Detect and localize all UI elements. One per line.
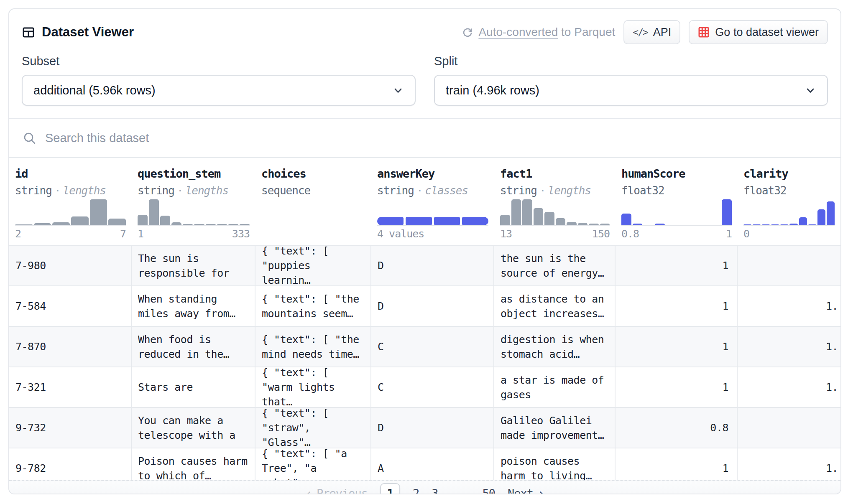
cell-value: { "text": [ "the mountains seem…: [262, 292, 364, 321]
next-label: Next: [508, 487, 533, 494]
page-button-3[interactable]: 3: [432, 487, 438, 494]
cell-choices: { "text": [ "puppies learnin…: [255, 246, 371, 285]
table-grid-icon: [22, 25, 35, 39]
subset-select[interactable]: additional (5.96k rows): [22, 75, 416, 106]
cell-id: 7-980: [9, 246, 132, 285]
cell-choices: { "text": [ "a Tree", "a robot"…: [255, 448, 371, 480]
cell-id: 7-584: [9, 286, 132, 326]
cell-id: 7-870: [9, 327, 132, 367]
cell-value: 1.: [826, 380, 838, 395]
page-button-2[interactable]: 2: [413, 487, 419, 494]
page-title-text: Dataset Viewer: [42, 25, 134, 40]
search-bar: [9, 119, 840, 158]
histogram-labels: 13150: [500, 226, 610, 245]
histogram-bar: [15, 224, 33, 225]
histogram-bar: [578, 223, 588, 225]
top-section: Dataset Viewer Auto-converted to Parquet…: [9, 9, 840, 119]
histogram-bar: [240, 224, 250, 225]
cell-value: 0.8: [710, 420, 728, 435]
cell-value: You can make a telescope with a: [138, 413, 248, 443]
cell-value: A: [378, 461, 384, 476]
subset-selected-value: additional (5.96k rows): [33, 84, 156, 97]
cell-fact1: as distance to an object increases…: [494, 286, 616, 326]
cell-humanScore: 1: [616, 327, 738, 367]
chevron-left-icon: ‹: [305, 487, 312, 495]
cell-question_stem: When standing miles away from…: [132, 286, 255, 326]
cell-fact1: digestion is when stomach acid…: [494, 327, 616, 367]
subset-label: Subset: [22, 54, 416, 68]
histogram-bar: [621, 214, 631, 225]
histogram-bar: [589, 224, 599, 225]
cell-value: The sun is responsible for: [138, 251, 248, 280]
cell-value: D: [378, 299, 384, 313]
column-type: float32: [743, 184, 835, 197]
page-ellipsis: ...: [451, 487, 470, 494]
histogram-bar: [90, 199, 107, 225]
column-type: string·lengths: [138, 184, 250, 197]
column-header-choices: choicessequence: [255, 158, 371, 245]
histogram-bar: [160, 216, 170, 225]
histogram-bars: [621, 200, 732, 226]
cell-question_stem: Stars are: [132, 367, 255, 407]
histogram-bar: [771, 224, 779, 225]
api-button[interactable]: </> API: [623, 20, 680, 44]
previous-label: Previous: [317, 487, 368, 494]
histogram-labels: 0.81: [621, 226, 732, 245]
cell-value: 9-782: [15, 461, 46, 476]
cell-value: digestion is when stomach acid…: [501, 332, 608, 361]
column-header-id: idstring·lengths27: [9, 158, 132, 245]
column-type: float32: [621, 184, 732, 197]
title-actions: Auto-converted to Parquet </> API: [462, 20, 828, 44]
column-name: fact1: [500, 167, 610, 180]
histogram-bar: [789, 224, 797, 225]
table-row: 7-980The sun is responsible for{ "text":…: [9, 246, 840, 286]
cell-value: 1.: [826, 339, 838, 354]
page-title: Dataset Viewer: [22, 25, 134, 40]
cell-value: Stars are: [138, 380, 193, 395]
class-segment: [406, 217, 432, 225]
histogram-bars: [15, 200, 126, 226]
auto-converted-text: Auto-converted: [478, 25, 558, 38]
auto-converted-link[interactable]: Auto-converted to Parquet: [462, 25, 615, 39]
column-type: string·lengths: [500, 184, 610, 197]
cell-clarity: [738, 408, 840, 448]
cell-value: as distance to an object increases…: [501, 292, 608, 321]
page-buttons: 123...50: [380, 483, 495, 495]
cell-answerKey: D: [371, 408, 494, 448]
histogram-labels: 0: [743, 226, 835, 245]
subset-split-controls: Subset additional (5.96k rows) Split tra…: [22, 54, 828, 106]
previous-page-button[interactable]: ‹ Previous: [305, 487, 368, 495]
cell-question_stem: The sun is responsible for: [132, 246, 255, 285]
cell-value: { "text": [ "straw", "Glass"…: [262, 408, 364, 448]
split-select[interactable]: train (4.96k rows): [434, 75, 828, 106]
column-type: string·classes: [377, 184, 488, 197]
histogram-bar: [753, 224, 761, 225]
cell-answerKey: D: [371, 246, 494, 285]
cell-clarity: [738, 246, 840, 285]
cell-choices: { "text": [ "straw", "Glass"…: [255, 408, 371, 448]
column-histogram: 27: [15, 200, 126, 245]
cell-clarity: 1.: [738, 367, 840, 407]
histogram-bar: [722, 199, 732, 225]
page-button-1[interactable]: 1: [380, 483, 400, 495]
next-page-button[interactable]: Next ›: [508, 487, 545, 495]
search-icon: [23, 131, 37, 145]
histogram-bar: [534, 208, 544, 225]
refresh-icon: [462, 26, 473, 38]
page-button-50[interactable]: 50: [482, 487, 495, 494]
column-header-fact1: fact1string·lengths13150: [494, 158, 616, 245]
histogram-bar: [228, 224, 238, 225]
chevron-down-icon: [805, 84, 816, 96]
histogram-bar: [556, 218, 566, 225]
histogram-bar: [149, 199, 159, 225]
cell-value: 7-321: [15, 380, 46, 395]
column-header-question_stem: question_stemstring·lengths1333: [132, 158, 255, 245]
class-segment: [434, 217, 460, 225]
histogram-bar: [544, 212, 554, 225]
cell-value: 1.: [826, 461, 838, 476]
go-to-dataset-viewer-button[interactable]: Go to dataset viewer: [689, 20, 828, 44]
cell-humanScore: 1: [616, 367, 738, 407]
column-name: id: [15, 167, 126, 180]
histogram-bar: [71, 216, 89, 225]
search-input[interactable]: [45, 131, 827, 145]
